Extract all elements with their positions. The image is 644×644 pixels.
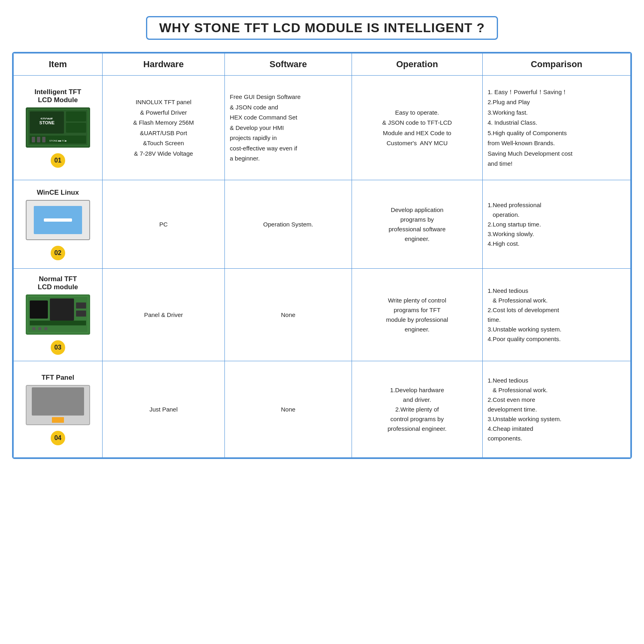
tft-panel-image xyxy=(26,385,90,425)
tft-panel-screen xyxy=(32,387,84,416)
svg-rect-17 xyxy=(76,302,86,309)
badge-03: 03 xyxy=(51,340,65,355)
comparison-cell-01: 1. Easy！Powerful！Saving！2.Plug and Play3… xyxy=(483,76,631,180)
item-name-02: WinCE Linux xyxy=(19,189,97,197)
svg-rect-2 xyxy=(30,111,64,134)
item-name-03: Normal TFTLCD module xyxy=(19,275,97,291)
col-header-software: Software xyxy=(225,53,352,76)
table-row: WinCE Linux 02 PC Operation System. Deve… xyxy=(14,180,631,269)
normal-tft-image xyxy=(26,294,90,335)
svg-rect-8 xyxy=(32,137,35,142)
svg-rect-5 xyxy=(66,111,86,121)
svg-rect-10 xyxy=(42,137,45,142)
page-title: WHY STONE TFT LCD MODULE IS INTELLIGENT … xyxy=(8,16,636,40)
badge-04: 04 xyxy=(51,431,65,445)
software-cell-02: Operation System. xyxy=(225,180,352,269)
tft-panel-ribbon xyxy=(52,417,64,423)
normal-tft-svg xyxy=(26,294,90,335)
comparison-cell-02: 1.Need professional operation.2.Long sta… xyxy=(483,180,631,269)
svg-rect-15 xyxy=(50,298,74,321)
item-image-01: STONE ●●●●● STONE ■■ FC■ xyxy=(26,107,90,148)
comparison-cell-03: 1.Need tedious & Professional work.2.Cos… xyxy=(483,269,631,361)
pcb-svg: STONE ●●●●● STONE ■■ FC■ xyxy=(26,107,90,148)
table-row: TFT Panel 04 Just Panel None 1.Develop h… xyxy=(14,361,631,458)
comparison-table-wrapper: Item Hardware Software Operation Compari… xyxy=(12,52,632,459)
badge-02: 02 xyxy=(51,246,65,260)
item-cell-01: Intelligent TFTLCD Module STONE ●●●●● xyxy=(14,76,103,180)
svg-rect-16 xyxy=(30,321,86,325)
table-row: Normal TFTLCD module xyxy=(14,269,631,361)
svg-point-21 xyxy=(44,327,47,330)
operation-cell-03: Write plenty of controlprograms for TFTm… xyxy=(352,269,483,361)
svg-rect-6 xyxy=(66,123,86,133)
svg-rect-18 xyxy=(76,311,86,317)
svg-text:●●●●●: ●●●●● xyxy=(42,123,51,126)
operation-cell-01: Easy to operate.& JSON code to TFT-LCDMo… xyxy=(352,76,483,180)
wince-screen xyxy=(34,206,82,234)
item-name-04: TFT Panel xyxy=(19,374,97,382)
svg-rect-9 xyxy=(37,137,40,142)
table-header-row: Item Hardware Software Operation Compari… xyxy=(14,53,631,76)
item-cell-03: Normal TFTLCD module xyxy=(14,269,103,361)
svg-text:STONE ■■ FC■: STONE ■■ FC■ xyxy=(49,140,66,142)
item-image-04 xyxy=(26,385,90,425)
item-cell-04: TFT Panel 04 xyxy=(14,361,103,458)
comparison-table: Item Hardware Software Operation Compari… xyxy=(13,53,631,458)
col-header-operation: Operation xyxy=(352,53,483,76)
software-cell-04: None xyxy=(225,361,352,458)
pcb-board-image: STONE ●●●●● STONE ■■ FC■ xyxy=(26,107,90,148)
software-cell-01: Free GUI Design Software& JSON code andH… xyxy=(225,76,352,180)
table-row: Intelligent TFTLCD Module STONE ●●●●● xyxy=(14,76,631,180)
hardware-cell-04: Just Panel xyxy=(102,361,225,458)
hardware-cell-02: PC xyxy=(102,180,225,269)
col-header-item: Item xyxy=(14,53,103,76)
svg-point-19 xyxy=(32,327,35,330)
svg-point-20 xyxy=(38,327,41,330)
item-cell-02: WinCE Linux 02 xyxy=(14,180,103,269)
comparison-cell-04: 1.Need tedious & Professional work.2.Cos… xyxy=(483,361,631,458)
item-name-01: Intelligent TFTLCD Module xyxy=(19,88,97,104)
item-image-03 xyxy=(26,294,90,335)
software-cell-03: None xyxy=(225,269,352,361)
svg-rect-14 xyxy=(30,300,48,319)
hardware-cell-03: Panel & Driver xyxy=(102,269,225,361)
item-image-02 xyxy=(26,200,90,240)
hardware-cell-01: INNOLUX TFT panel& Powerful Driver& Flas… xyxy=(102,76,225,180)
svg-text:STONE: STONE xyxy=(40,117,53,121)
col-header-hardware: Hardware xyxy=(102,53,225,76)
col-header-comparison: Comparison xyxy=(483,53,631,76)
wince-lcd-image xyxy=(26,200,90,240)
operation-cell-02: Develop applicationprograms byprofession… xyxy=(352,180,483,269)
badge-01: 01 xyxy=(51,153,65,168)
wince-bar xyxy=(44,218,72,222)
operation-cell-04: 1.Develop hardwareand driver.2.Write ple… xyxy=(352,361,483,458)
